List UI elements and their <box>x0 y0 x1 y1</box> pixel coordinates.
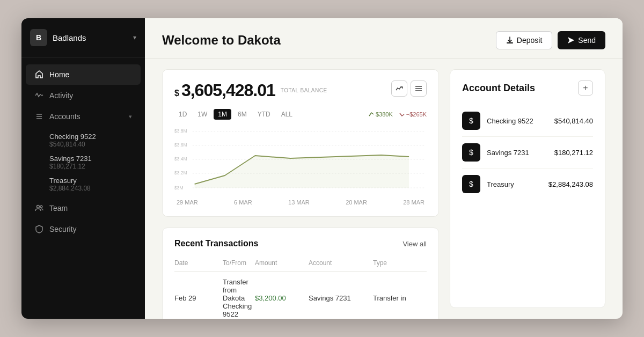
balance-top: $ 3,605,428.01 TOTAL BALANCE <box>174 80 427 100</box>
row-type: Transfer in <box>373 294 427 302</box>
sidebar-accounts-label: Accounts <box>49 112 123 121</box>
svg-text:$3.6M: $3.6M <box>174 142 187 148</box>
checking-account-name: Checking 9522 <box>487 117 548 125</box>
chart-view-button[interactable] <box>391 80 407 97</box>
balance-chart: $3.8M $3.6M $3.4M $3.2M $3M <box>174 126 427 196</box>
savings-account-name: Savings 7231 <box>487 149 548 157</box>
row-amount: $3,200.00 <box>255 294 309 302</box>
filter-1w[interactable]: 1W <box>193 109 211 120</box>
treasury-amount: $2,884,243.08 <box>49 185 141 192</box>
sidebar-item-activity[interactable]: Activity <box>26 85 141 106</box>
deposit-button[interactable]: Deposit <box>496 31 552 49</box>
table-header: Date To/From Amount Account Type <box>174 256 427 272</box>
filter-all[interactable]: ALL <box>277 109 297 120</box>
svg-point-3 <box>37 206 40 208</box>
row-account: Savings 7231 <box>309 294 373 302</box>
team-icon <box>34 203 44 213</box>
account-details-header: Account Details + <box>462 80 593 96</box>
balance-controls <box>391 80 427 97</box>
col-date: Date <box>174 259 223 267</box>
shield-icon <box>34 224 44 234</box>
savings-name: Savings 7231 <box>49 155 141 163</box>
sidebar-security-label: Security <box>49 225 132 233</box>
x-label-2: 6 MAR <box>234 199 252 206</box>
sidebar: B Badlands ▾ Home Activity <box>21 18 145 319</box>
balance-card: $ 3,605,428.01 TOTAL BALANCE <box>162 69 439 217</box>
sub-accounts-nav: Checking 9522 $540,814.40 Savings 7231 $… <box>21 127 145 197</box>
svg-marker-20 <box>195 155 409 188</box>
svg-point-4 <box>40 206 42 208</box>
sidebar-item-accounts[interactable]: Accounts ▾ <box>26 106 141 127</box>
savings-amount: $180,271.12 <box>49 163 141 170</box>
deposit-icon <box>506 36 514 44</box>
x-label-4: 20 MAR <box>346 199 367 206</box>
company-selector[interactable]: B Badlands ▾ <box>21 18 145 57</box>
home-icon <box>34 70 44 79</box>
treasury-icon: $ <box>462 175 480 193</box>
svg-rect-5 <box>507 42 513 43</box>
savings-account-balance: $180,271.12 <box>554 149 593 157</box>
svg-text:$3M: $3M <box>174 185 183 191</box>
filter-6m[interactable]: 6M <box>233 109 251 120</box>
sidebar-item-home[interactable]: Home <box>26 64 141 85</box>
main-body: $ 3,605,428.01 TOTAL BALANCE <box>145 58 623 319</box>
table-row: Feb 29 Transfer from Dakota Checking 952… <box>174 272 427 319</box>
filter-1m[interactable]: 1M <box>214 109 231 120</box>
company-name: Badlands <box>53 33 128 42</box>
send-button[interactable]: Send <box>558 31 605 49</box>
chevron-down-icon: ▾ <box>133 34 136 41</box>
col-account: Account <box>309 259 373 267</box>
svg-text:$3.8M: $3.8M <box>174 128 187 134</box>
x-label-1: 29 MAR <box>177 199 198 206</box>
chart-legend: $380K −$265K <box>369 111 427 118</box>
dollar-sign: $ <box>174 89 179 98</box>
filter-1d[interactable]: 1D <box>174 109 191 120</box>
svg-text:$3.4M: $3.4M <box>174 156 187 162</box>
checking-amount: $540,814.40 <box>49 141 141 148</box>
x-label-3: 13 MAR <box>288 199 310 206</box>
balance-number: 3,605,428.01 <box>181 80 275 100</box>
balance-label: TOTAL BALANCE <box>281 87 327 93</box>
sidebar-item-team[interactable]: Team <box>26 198 141 218</box>
add-account-button[interactable]: + <box>578 80 593 96</box>
legend-down: −$265K <box>399 111 427 118</box>
list-icon <box>34 112 44 121</box>
row-tofrom: Transfer from Dakota Checking 9522 <box>223 278 255 318</box>
list-view-button[interactable] <box>411 80 427 97</box>
x-label-5: 28 MAR <box>403 199 425 206</box>
row-date: Feb 29 <box>174 294 223 302</box>
sidebar-item-security[interactable]: Security <box>26 219 141 239</box>
page-title: Welcome to Dakota <box>162 33 281 48</box>
legend-up: $380K <box>369 111 393 118</box>
sub-account-treasury[interactable]: Treasury $2,884,243.08 <box>45 173 145 195</box>
col-tofrom: To/From <box>223 259 255 267</box>
treasury-name: Treasury <box>49 177 141 185</box>
balance-amount-group: $ 3,605,428.01 TOTAL BALANCE <box>174 80 327 100</box>
account-row-treasury[interactable]: $ Treasury $2,884,243.08 <box>462 169 593 200</box>
sub-account-checking[interactable]: Checking 9522 $540,814.40 <box>45 129 145 151</box>
treasury-account-name: Treasury <box>487 180 542 188</box>
account-row-checking[interactable]: $ Checking 9522 $540,814.40 <box>462 105 593 137</box>
chart-x-labels: 29 MAR 6 MAR 13 MAR 20 MAR 28 MAR <box>174 199 427 206</box>
treasury-account-balance: $2,884,243.08 <box>548 180 593 188</box>
checking-name: Checking 9522 <box>49 133 141 141</box>
main-content: Welcome to Dakota Deposit Send <box>145 18 623 319</box>
company-logo: B <box>30 29 47 46</box>
transactions-title: Recent Transactions <box>174 239 259 248</box>
chart-filters: 1D 1W 1M 6M YTD ALL $380K <box>174 109 427 120</box>
col-amount: Amount <box>255 259 309 267</box>
sub-account-savings[interactable]: Savings 7231 $180,271.12 <box>45 151 145 173</box>
header-actions: Deposit Send <box>496 31 605 49</box>
accounts-chevron-icon: ▾ <box>129 113 132 120</box>
svg-text:$3.2M: $3.2M <box>174 170 187 175</box>
view-all-link[interactable]: View all <box>402 240 427 248</box>
filter-ytd[interactable]: YTD <box>253 109 275 120</box>
sidebar-nav: Home Activity Accounts <box>21 57 145 319</box>
savings-icon: $ <box>462 143 480 162</box>
account-details-title: Account Details <box>462 83 535 94</box>
sidebar-activity-label: Activity <box>49 91 132 100</box>
account-row-savings[interactable]: $ Savings 7231 $180,271.12 <box>462 137 593 169</box>
account-details-card: Account Details + $ Checking 9522 $540,8… <box>450 69 605 308</box>
activity-icon <box>34 91 44 100</box>
svg-marker-6 <box>568 37 574 43</box>
